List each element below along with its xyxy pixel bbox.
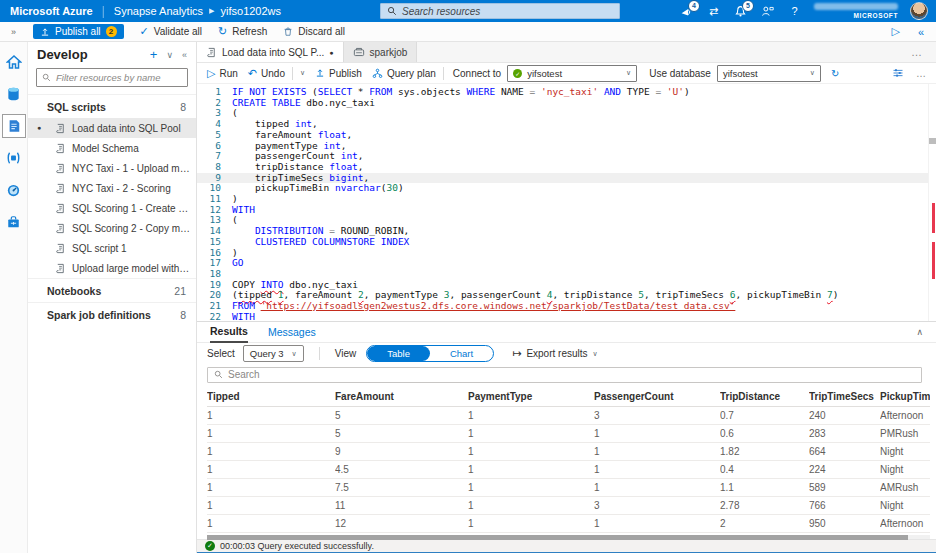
hscrollbar-thumb[interactable] — [207, 535, 908, 540]
results-search-input[interactable]: Search — [207, 367, 922, 383]
filter-resources-input[interactable]: Filter resources by name — [36, 68, 188, 87]
nav-develop-icon[interactable] — [2, 114, 26, 138]
discard-all-button[interactable]: Discard all — [283, 26, 345, 37]
account-info[interactable]: MICROSOFT — [814, 3, 898, 19]
refresh-button[interactable]: ↻ Refresh — [218, 25, 267, 38]
query-select-dropdown[interactable]: Query 3 ∨ — [243, 345, 304, 362]
nav-monitor-icon[interactable] — [2, 178, 26, 202]
upload-icon — [315, 68, 325, 78]
actions-chevron-icon[interactable]: ∨ — [166, 50, 173, 60]
table-row[interactable]: 15130.7240Afternoon — [207, 407, 930, 425]
editor-scrollbar[interactable] — [928, 84, 936, 321]
publish-all-label: Publish all — [55, 26, 101, 37]
expand-nav-icon[interactable]: » — [0, 27, 27, 37]
avatar[interactable] — [910, 2, 928, 20]
tree-item[interactable]: SQL script 1 — [28, 238, 196, 258]
table-cell: 1 — [594, 482, 720, 493]
view-table-button[interactable]: Table — [367, 346, 430, 361]
use-database-dropdown[interactable]: yifsotest ∨ — [717, 65, 821, 82]
status-bar: ✓ 00:00:03 Query executed successfully. — [197, 539, 936, 553]
tree-section[interactable]: Spark job definitions8 — [28, 302, 196, 326]
table-row[interactable]: 111132.78766Night — [207, 497, 930, 515]
refresh-database-icon[interactable]: ↻ — [831, 68, 839, 79]
column-header[interactable]: Tipped — [207, 391, 335, 402]
tab-results[interactable]: Results — [210, 325, 248, 343]
code-editor[interactable]: 1IF NOT EXISTS (SELECT * FROM sys.object… — [197, 84, 936, 322]
code-line: 22WITH — [197, 312, 936, 322]
column-header[interactable]: PassengerCount — [594, 391, 720, 402]
column-header[interactable]: FareAmount — [335, 391, 468, 402]
tree-item-label: Upload large model with COPY INTO — [72, 263, 196, 274]
nav-home-icon[interactable] — [2, 50, 26, 74]
tree-item[interactable]: SQL Scoring 2 - Copy model into mo... — [28, 218, 196, 238]
table-cell: 1 — [207, 482, 335, 493]
tree-section[interactable]: Notebooks21 — [28, 278, 196, 302]
tab-load-data-into-sql-pool[interactable]: Load data into SQL P... ● — [197, 42, 344, 62]
table-row[interactable]: 14.5110.4224Night — [207, 461, 930, 479]
settings-sliders-icon[interactable] — [892, 67, 904, 79]
editor-tabstrip: Load data into SQL P... ● sparkjob … — [197, 42, 936, 63]
tree-item[interactable]: Upload large model with COPY INTO — [28, 258, 196, 278]
nav-integrate-icon[interactable] — [2, 146, 26, 170]
tree-item[interactable]: ●Load data into SQL Pool — [28, 118, 196, 138]
query-select-value: Query 3 — [250, 348, 284, 359]
tree-item[interactable]: NYC Taxi - 2 - Scoring — [28, 178, 196, 198]
table-row[interactable]: 17.5111.1589AMRush — [207, 479, 930, 497]
column-header[interactable]: PaymentType — [468, 391, 594, 402]
collapse-results-icon[interactable]: ∧ — [916, 327, 923, 342]
undo-menu-chevron-icon[interactable]: ∨ — [300, 69, 305, 77]
table-cell: 1 — [207, 464, 335, 475]
search-icon — [42, 73, 51, 82]
account-org: MICROSOFT — [854, 12, 898, 19]
tree-section[interactable]: SQL scripts8 — [28, 94, 196, 118]
collapse-panel-icon[interactable]: « — [918, 26, 924, 38]
run-button[interactable]: ▷ Run — [207, 67, 238, 80]
sql-script-icon — [55, 223, 66, 234]
azure-brand[interactable]: Microsoft Azure — [10, 5, 93, 17]
scrollbar-thumb[interactable] — [929, 138, 936, 144]
publish-all-button[interactable]: Publish all 2 — [33, 24, 124, 39]
query-plan-button[interactable]: Query plan — [372, 68, 436, 79]
switch-directory-icon[interactable]: ⇄ — [706, 4, 721, 19]
validate-all-button[interactable]: ✓ Validate all — [140, 25, 202, 38]
code-line: 12WITH — [197, 205, 936, 216]
column-header[interactable]: TripDistance — [720, 391, 809, 402]
feedback-icon[interactable] — [760, 4, 775, 19]
more-actions-icon[interactable]: … — [916, 68, 926, 79]
breadcrumb-product[interactable]: Synapse Analytics — [114, 5, 203, 17]
table-cell: 1.82 — [720, 446, 809, 457]
tab-messages[interactable]: Messages — [268, 326, 316, 342]
export-results-button[interactable]: ↦ Export results ∨ — [512, 347, 597, 360]
table-row[interactable]: 112112950Afternoon — [207, 515, 930, 533]
tree-item[interactable]: SQL Scoring 1 - Create model table — [28, 198, 196, 218]
breadcrumb-workspace[interactable]: yifso1202ws — [221, 5, 282, 17]
connected-status-icon: ✓ — [513, 69, 522, 78]
line-number: 22 — [197, 312, 232, 322]
tab-overflow-icon[interactable]: … — [911, 42, 936, 62]
tree-item[interactable]: NYC Taxi - 1 - Upload model — [28, 158, 196, 178]
help-icon[interactable]: ? — [787, 4, 802, 19]
add-resource-icon[interactable]: + — [150, 47, 158, 62]
table-row[interactable]: 19111.82664Night — [207, 443, 930, 461]
column-header[interactable]: TripTimeSecs — [809, 391, 880, 402]
connect-to-dropdown[interactable]: ✓ yifsotest ∨ — [507, 65, 637, 82]
table-hscrollbar[interactable] — [207, 535, 930, 540]
undo-button[interactable]: ↶ Undo — [248, 67, 285, 80]
bell-icon[interactable]: 5 — [733, 4, 748, 19]
nav-data-icon[interactable] — [2, 82, 26, 106]
search-resources-input[interactable]: Search resources — [380, 3, 620, 19]
collapse-develop-icon[interactable]: « — [182, 50, 187, 60]
debug-icon[interactable]: ▷ — [891, 25, 899, 38]
publish-button[interactable]: Publish — [315, 68, 362, 79]
use-database-label: Use database — [649, 68, 711, 79]
sql-script-icon — [55, 163, 66, 174]
section-label: SQL scripts — [47, 101, 106, 113]
table-row[interactable]: 15110.6283PMRush — [207, 425, 930, 443]
view-chart-button[interactable]: Chart — [430, 346, 493, 361]
column-header[interactable]: PickupTimeBin — [880, 391, 930, 402]
tree-item-label: NYC Taxi - 2 - Scoring — [72, 183, 176, 194]
tab-sparkjob[interactable]: sparkjob — [344, 42, 418, 62]
tree-item[interactable]: Model Schema — [28, 138, 196, 158]
nav-manage-icon[interactable] — [2, 210, 26, 234]
whats-new-icon[interactable]: 4 — [679, 4, 694, 19]
